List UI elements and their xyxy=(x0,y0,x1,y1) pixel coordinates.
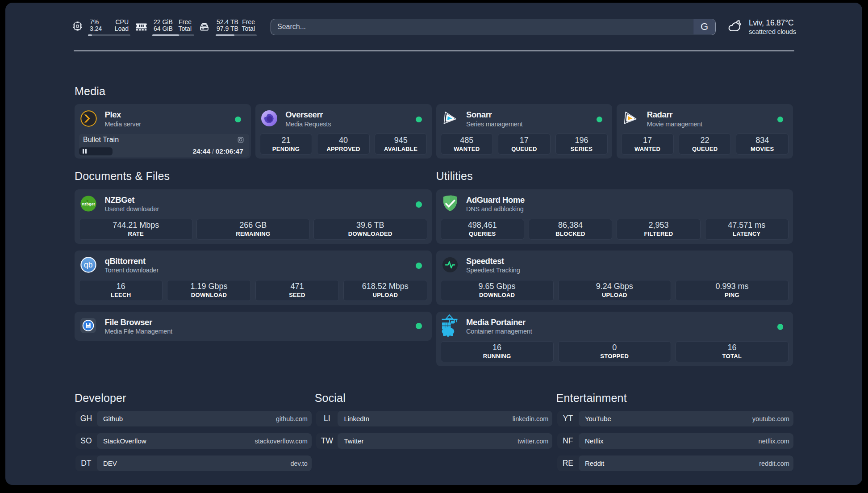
svg-text:qb: qb xyxy=(84,260,92,269)
svg-text:nzbget: nzbget xyxy=(82,201,95,206)
